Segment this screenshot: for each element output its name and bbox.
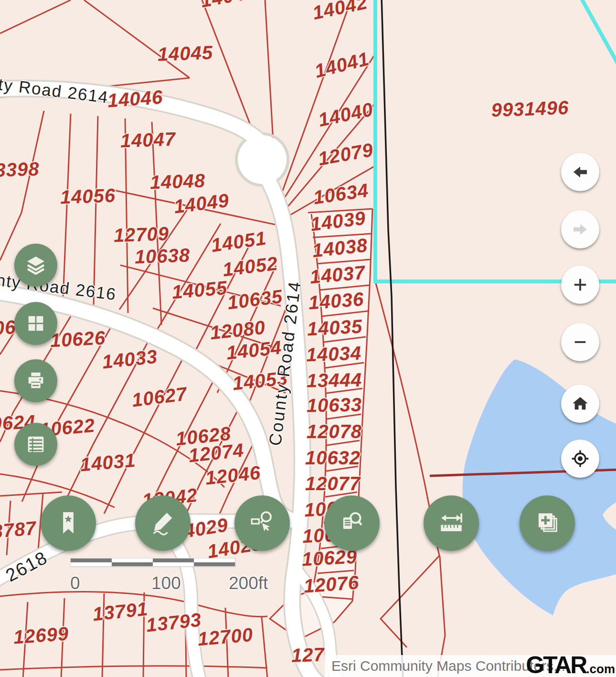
back-button[interactable]: [561, 153, 599, 191]
scale-bar: 0 100 200ft: [70, 558, 237, 570]
measure-button[interactable]: [424, 495, 479, 551]
minus-icon: [570, 332, 590, 352]
list-icon: [25, 433, 47, 455]
home-icon: [570, 394, 590, 414]
grid-icon: [25, 312, 47, 334]
layers-button[interactable]: [14, 244, 57, 287]
locate-button[interactable]: [561, 440, 599, 478]
add-data-button[interactable]: [520, 495, 575, 551]
pencil-icon: [149, 509, 177, 537]
print-button[interactable]: [14, 359, 57, 402]
draw-button[interactable]: [135, 495, 191, 551]
scale-label-0: 0: [70, 573, 80, 593]
home-button[interactable]: [561, 385, 599, 423]
forward-button[interactable]: [561, 210, 599, 248]
measure-ruler-icon: [437, 509, 465, 537]
document-magnifier-icon: [338, 509, 366, 537]
attribution-bar: Esri Community Maps Contributors... GTAR…: [325, 655, 616, 677]
parcel-map[interactable]: [0, 0, 616, 677]
select-magnifier-cursor-icon: [248, 509, 276, 537]
attribute-search-button[interactable]: [324, 495, 380, 551]
select-by-rectangle-button[interactable]: [234, 495, 290, 551]
scale-label-200ft: 200ft: [229, 573, 268, 593]
bookmark-star-icon: [54, 509, 82, 537]
zoom-in-button[interactable]: [561, 266, 599, 304]
layers-icon: [24, 254, 47, 277]
legend-list-button[interactable]: [14, 423, 57, 466]
printer-icon: [25, 370, 47, 392]
zoom-out-button[interactable]: [561, 323, 599, 361]
bookmarks-button[interactable]: [41, 495, 96, 551]
plus-icon: [570, 275, 590, 295]
add-layers-icon: [533, 509, 561, 537]
arrow-right-icon: [570, 219, 590, 239]
map-app-screen: 1404414042140451404114046140401404712079…: [0, 0, 616, 677]
scale-label-100: 100: [151, 573, 181, 593]
scale-bar-graphic: [70, 558, 237, 568]
gtar-logo: GTAR.com: [526, 651, 615, 677]
locate-icon: [570, 448, 591, 469]
basemap-grid-button[interactable]: [14, 302, 57, 345]
arrow-left-icon: [570, 162, 590, 182]
